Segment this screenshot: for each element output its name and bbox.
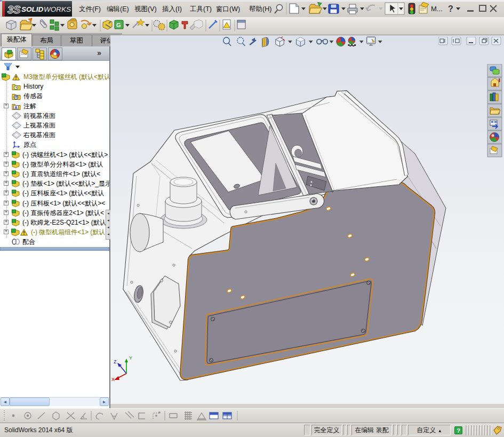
svg-text:Z: Z [114,359,117,364]
svg-text:X: X [111,377,115,382]
svg-text:A: A [14,105,18,110]
svg-text:M...: M... [431,5,443,13]
svg-text:?: ? [448,4,453,13]
svg-text:G: G [116,22,121,28]
svg-text:Y: Y [129,355,132,361]
